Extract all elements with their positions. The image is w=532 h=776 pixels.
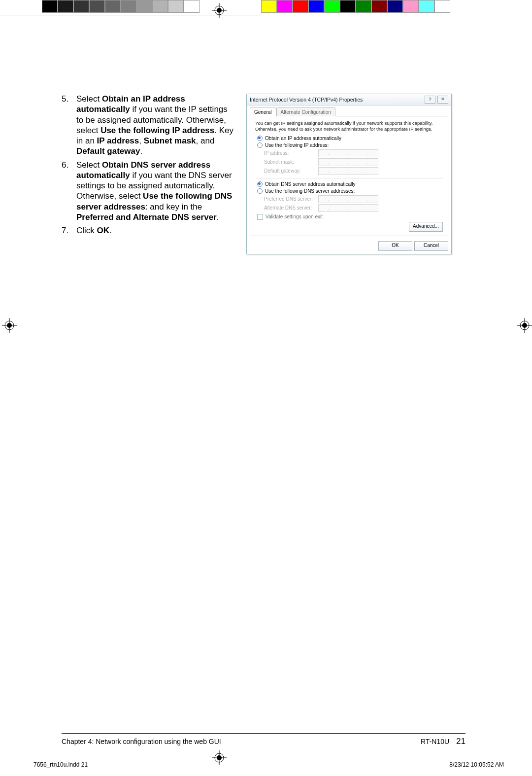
default-gateway-input[interactable]: ... <box>318 167 378 175</box>
field-subnet-mask: Subnet mask: ... <box>264 158 443 166</box>
radio-obtain-dns-auto[interactable]: Obtain DNS server address automatically <box>257 181 443 187</box>
ok-button[interactable]: OK <box>378 241 412 251</box>
radio-icon <box>257 181 263 187</box>
print-slug: 7656_rtn10u.indd 21 8/23/12 10:05:52 AM <box>33 761 504 768</box>
radio-use-following-ip[interactable]: Use the following IP address: <box>257 142 443 148</box>
radio-icon <box>257 188 263 194</box>
indesign-filename: 7656_rtn10u.indd 21 <box>33 761 88 768</box>
validate-settings-label: Validate settings upon exit <box>266 214 323 219</box>
page-footer: Chapter 4: Network configuration using t… <box>62 733 466 746</box>
tcpipv4-properties-dialog: Internet Protocol Version 4 (TCP/IPv4) P… <box>246 94 456 254</box>
dialog-tabs: General Alternate Configuration <box>247 106 451 116</box>
color-calibration-bar <box>261 0 478 13</box>
chapter-title: Chapter 4: Network configuration using t… <box>62 738 221 745</box>
print-timestamp: 8/23/12 10:05:52 AM <box>449 761 504 768</box>
radio-icon <box>257 136 263 141</box>
field-alternate-dns: Alternate DNS server: ... <box>264 204 443 212</box>
model-name: RT-N10U <box>421 738 449 745</box>
instruction-list: Select Obtain an IP address automaticall… <box>62 94 234 239</box>
dialog-title: Internet Protocol Version 4 (TCP/IPv4) P… <box>250 97 363 103</box>
close-button[interactable]: ✕ <box>437 96 448 104</box>
field-ip-address: IP address: ... <box>264 149 443 157</box>
help-button[interactable]: ? <box>425 96 435 104</box>
preferred-dns-input[interactable]: ... <box>318 195 378 203</box>
dialog-description: You can get IP settings assigned automat… <box>255 120 443 133</box>
validate-settings-checkbox[interactable] <box>257 214 263 220</box>
advanced-button[interactable]: Advanced... <box>409 222 443 232</box>
radio-obtain-ip-auto[interactable]: Obtain an IP address automatically <box>257 136 443 141</box>
field-default-gateway: Default gateway: ... <box>264 167 443 175</box>
alternate-dns-input[interactable]: ... <box>318 204 378 212</box>
tab-general[interactable]: General <box>250 107 276 116</box>
radio-use-following-dns[interactable]: Use the following DNS server addresses: <box>257 188 443 194</box>
registration-mark-icon <box>2 318 17 333</box>
field-preferred-dns: Preferred DNS server: ... <box>264 195 443 203</box>
step-7: Click OK. <box>62 225 234 236</box>
registration-mark-icon <box>517 318 532 333</box>
step-6: Select Obtain DNS server address automat… <box>62 160 234 223</box>
radio-icon <box>257 142 263 148</box>
ip-address-input[interactable]: ... <box>318 149 378 157</box>
step-5: Select Obtain an IP address automaticall… <box>62 94 234 157</box>
cancel-button[interactable]: Cancel <box>414 241 448 251</box>
registration-mark-icon <box>212 3 227 18</box>
tab-alternate-configuration[interactable]: Alternate Configuration <box>276 107 335 116</box>
dialog-titlebar: Internet Protocol Version 4 (TCP/IPv4) P… <box>247 94 451 106</box>
subnet-mask-input[interactable]: ... <box>318 158 378 166</box>
page-number: 21 <box>456 737 466 746</box>
